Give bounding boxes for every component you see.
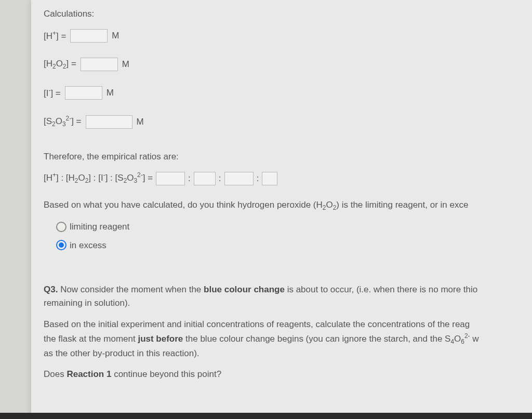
iodide-row: [I-] = M (44, 86, 520, 100)
ratio-input-4[interactable] (262, 172, 277, 185)
calculations-heading: Calculations: (44, 7, 520, 21)
colon: : (257, 172, 259, 185)
ratio-input-3[interactable] (224, 172, 254, 185)
colon: : (219, 172, 221, 185)
ratio-label: [H+] : [H2O2] : [I-] : [S2O32-] = (44, 171, 153, 186)
thiosulfate-label: [S2O32-] = (44, 114, 82, 129)
unit-label: M (112, 29, 119, 43)
unit-label: M (137, 115, 144, 129)
q3-number: Q3. (44, 285, 58, 294)
iodide-input[interactable] (65, 86, 102, 100)
iodide-label: [I-] = (44, 86, 61, 100)
ratio-input-1[interactable] (156, 172, 185, 185)
h2o2-label: [H2O2] = (44, 57, 76, 72)
limiting-question: Based on what you have calculated, do yo… (44, 198, 520, 213)
h-plus-label: [H+] = (44, 29, 66, 43)
thiosulfate-input[interactable] (86, 115, 132, 129)
ratio-input-2[interactable] (194, 172, 216, 185)
unit-label: M (107, 86, 114, 100)
ratio-row: [H+] : [H2O2] : [I-] : [S2O32-] = : : : (44, 171, 520, 186)
therefore-text: Therefore, the empirical ratios are: (44, 150, 520, 164)
h-plus-input[interactable] (70, 29, 108, 43)
radio-label: in excess (70, 239, 107, 252)
unit-label: M (122, 58, 129, 71)
q3-paragraph-2: Based on the initial experiment and init… (44, 318, 520, 360)
h2o2-row: [H2O2] = M (44, 57, 520, 72)
radio-option-limiting[interactable]: limiting reagent (56, 220, 520, 234)
radio-icon (56, 240, 66, 250)
question-page: Calculations: [H+] = M [H2O2] = M [I-] =… (31, 0, 532, 419)
radio-option-excess[interactable]: in excess (56, 239, 520, 252)
radio-icon (56, 222, 66, 232)
taskbar (0, 413, 532, 419)
h2o2-input[interactable] (81, 58, 118, 71)
colon: : (188, 172, 191, 185)
radio-label: limiting reagent (70, 220, 129, 234)
q3-paragraph-3: Does Reaction 1 continue beyond this poi… (44, 368, 520, 381)
radio-group-limiting: limiting reagent in excess (56, 220, 520, 252)
h-plus-row: [H+] = M (44, 29, 520, 43)
q3-paragraph-1: Q3. Now consider the moment when the blu… (44, 283, 520, 310)
thiosulfate-row: [S2O32-] = M (44, 114, 520, 129)
